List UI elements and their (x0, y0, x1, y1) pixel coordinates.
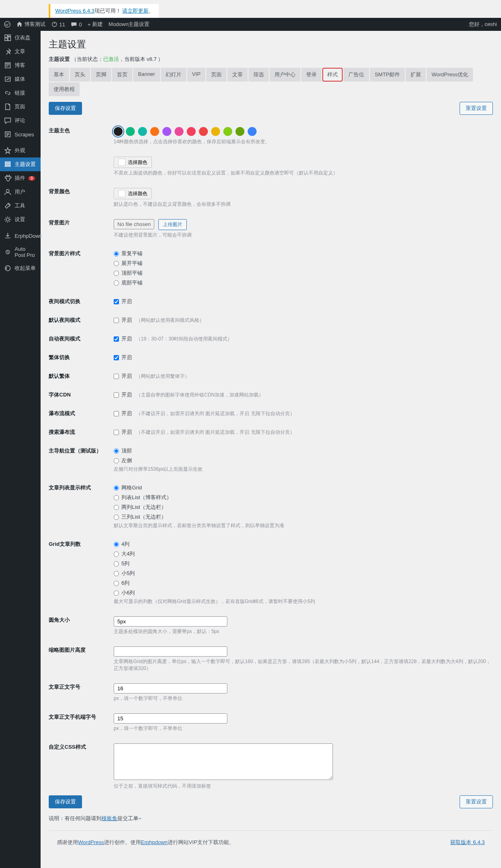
liststyle-option-0[interactable]: 网格Grid (114, 484, 493, 491)
swatch-2[interactable] (138, 127, 147, 136)
tab-10[interactable]: 用户中心 (270, 68, 300, 82)
help-link[interactable]: 模板鱼 (101, 815, 117, 821)
font_default-check[interactable]: 开启 （网站默认使用繁体字） (114, 373, 493, 380)
menu-comment[interactable]: 评论 (0, 114, 41, 127)
search_wf-label: 搜索瀑布流 (49, 429, 114, 436)
wp-version-link[interactable]: WordPress 6.4.3 (55, 8, 95, 14)
tab-0[interactable]: 基本 (49, 68, 69, 82)
menu-collapse[interactable]: 收起菜单 (0, 261, 41, 275)
tab-17[interactable]: 使用教程 (49, 82, 80, 96)
menu-admin[interactable]: 主题设置 (0, 157, 41, 171)
night_auto-check[interactable]: 开启 （19：30-07：30时间段自动使用夜间模式） (114, 335, 493, 342)
tab-7[interactable]: 页面 (206, 68, 227, 82)
swatch-5[interactable] (175, 127, 184, 136)
liststyle-option-2[interactable]: 两列List（无边栏） (114, 504, 493, 511)
save-button-top[interactable]: 保存设置 (49, 102, 82, 115)
tab-9[interactable]: 筛选 (248, 68, 269, 82)
menu-page[interactable]: 页面 (0, 100, 41, 114)
tab-3[interactable]: 首页 (112, 68, 132, 82)
bgstyle-option-3[interactable]: 底部平铺 (114, 279, 493, 286)
version-link[interactable]: 获取版本 6.4.3 (450, 839, 485, 846)
navpos-option-0[interactable]: 顶部 (114, 447, 493, 454)
reset-button-top[interactable]: 重置设置 (460, 102, 493, 115)
swatch-9[interactable] (223, 127, 232, 136)
menu-plugin[interactable]: 插件9 (0, 171, 41, 185)
erphp-link[interactable]: Erphpdown (141, 839, 168, 845)
navpos-option-1[interactable]: 左侧 (114, 457, 493, 464)
tab-4[interactable]: Banner (133, 68, 160, 82)
swatch-0[interactable] (114, 127, 123, 136)
menu-tool[interactable]: 工具 (0, 199, 41, 213)
gridcols-option-5[interactable]: 小6列 (114, 589, 493, 597)
menu-pin[interactable]: 文章 (0, 45, 41, 58)
gridcols-option-4[interactable]: 6列 (114, 579, 493, 587)
customcss-input[interactable] (114, 743, 333, 780)
tab-15[interactable]: 扩展 (406, 68, 426, 82)
tab-13[interactable]: 广告位 (343, 68, 369, 82)
new-content[interactable]: + 新建 (88, 21, 103, 28)
menu-appearance[interactable]: 外观 (0, 144, 41, 157)
gridcols-option-0[interactable]: 4列 (114, 541, 493, 548)
menu-download[interactable]: ErphpDown (0, 229, 41, 243)
swatch-1[interactable] (126, 127, 135, 136)
swatch-10[interactable] (235, 127, 244, 136)
menu-setting[interactable]: 设置 (0, 213, 41, 226)
swatch-4[interactable] (162, 127, 171, 136)
bgimg-input[interactable]: No file chosen (114, 219, 154, 229)
swatch-7[interactable] (199, 127, 208, 136)
comments-count[interactable]: 0 (71, 21, 82, 28)
swatch-6[interactable] (187, 127, 196, 136)
night_default-check[interactable]: 开启 （网站默认使用夜间模式风格） (114, 317, 493, 324)
tab-14[interactable]: SMTP邮件 (370, 68, 405, 82)
bgstyle-option-2[interactable]: 顶部平铺 (114, 269, 493, 277)
swatch-3[interactable] (150, 127, 159, 136)
tab-8[interactable]: 文章 (227, 68, 248, 82)
menu-link[interactable]: 链接 (0, 86, 41, 100)
waterfall-check[interactable]: 开启 （不建议开启，如需开启请关闭 图片延迟加载，开启 无限下拉自动分页） (114, 410, 493, 417)
menu-auto[interactable]: Auto Post Pro (0, 243, 41, 261)
menu-media[interactable]: 媒体 (0, 72, 41, 86)
wp-logo[interactable] (4, 21, 11, 28)
reset-button-bottom[interactable]: 重置设置 (460, 795, 493, 808)
search_wf-check[interactable]: 开启 （不建议开启，如需开启请关闭 图片延迟加载，开启 无限下拉自动分页） (114, 429, 493, 436)
tab-2[interactable]: 页脚 (91, 68, 111, 82)
wp-footer-link[interactable]: WordPress (78, 839, 104, 845)
fontsize-input[interactable] (114, 683, 227, 694)
menu-user[interactable]: 用户 (0, 185, 41, 199)
thumbh-input[interactable] (114, 646, 227, 657)
upload-button[interactable]: 上传图片 (158, 219, 187, 230)
font_switch-check[interactable]: 开启 (114, 354, 493, 361)
user-icon (4, 188, 11, 196)
tab-1[interactable]: 页头 (70, 68, 90, 82)
liststyle-option-1[interactable]: 列表List（博客样式） (114, 494, 493, 501)
gridcols-option-1[interactable]: 大4列 (114, 550, 493, 558)
tab-12[interactable]: 样式 (322, 68, 343, 82)
tab-11[interactable]: 登录 (301, 68, 322, 82)
gridcols-option-3[interactable]: 小5列 (114, 570, 493, 577)
font_cdn-check[interactable]: 开启 （主题自带的图标字体使用外链CDN加速，加速网站加载） (114, 391, 493, 398)
tab-6[interactable]: VIP (187, 68, 205, 82)
gridcols-option-2[interactable]: 5列 (114, 560, 493, 567)
bgstyle-option-0[interactable]: 重复平铺 (114, 250, 493, 257)
user-greeting[interactable]: 您好，ceshi (469, 21, 497, 28)
swatch-8[interactable] (211, 127, 220, 136)
fontsizemobile-input[interactable] (114, 713, 227, 724)
radius-input[interactable] (114, 616, 227, 627)
home-icon (16, 21, 23, 28)
bgcolor-button[interactable]: 选择颜色 (114, 188, 152, 199)
menu-scrape[interactable]: Scrapes (0, 127, 41, 141)
menu-blog[interactable]: 博客 (0, 58, 41, 72)
custom-color-button[interactable]: 选择颜色 (114, 157, 152, 168)
liststyle-option-3[interactable]: 三列List（无边栏） (114, 513, 493, 521)
site-name[interactable]: 博客测试 (16, 21, 45, 28)
theme-option-link[interactable]: Modown主题设置 (108, 21, 149, 28)
update-now-link[interactable]: 请立即更新 (122, 8, 149, 14)
bgstyle-option-1[interactable]: 展开平铺 (114, 260, 493, 267)
tab-16[interactable]: WordPress优化 (427, 68, 473, 82)
save-button-bottom[interactable]: 保存设置 (49, 795, 82, 808)
swatch-11[interactable] (248, 127, 257, 136)
updates-count[interactable]: 11 (51, 21, 65, 28)
night_switch-check[interactable]: 开启 (114, 298, 493, 305)
menu-dashboard[interactable]: 仪表盘 (0, 31, 41, 45)
tab-5[interactable]: 幻灯片 (161, 68, 186, 82)
